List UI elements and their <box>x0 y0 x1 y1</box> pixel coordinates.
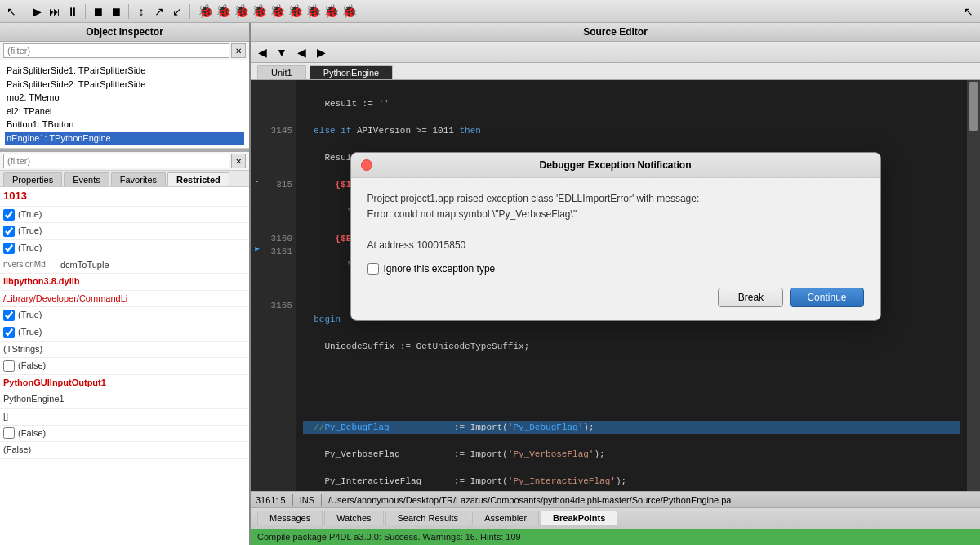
filter-row-2: ✕ <box>0 152 249 171</box>
line-num <box>264 191 292 205</box>
continue-button[interactable]: Continue <box>790 288 863 307</box>
source-editor-panel: Source Editor ◀ ▼ ◀ ▶ Unit1 PythonEngine <box>251 23 980 545</box>
prop-checkbox-5[interactable] <box>3 327 15 338</box>
tab-favorites[interactable]: Favorites <box>111 172 166 186</box>
toolbar-stepout-icon[interactable]: ↗ <box>151 3 167 20</box>
source-next-icon[interactable]: ▶ <box>313 44 329 60</box>
code-line: Py_VerboseFlag := Import('Py_VerboseFlag… <box>303 448 960 462</box>
prop-checkbox-3[interactable] <box>3 243 15 254</box>
toolbar-stepover-icon[interactable]: ⏭ <box>47 3 63 20</box>
prop-row: /Library/Developer/CommandLi <box>0 291 249 308</box>
compile-status-strip: Compile package P4DL a3.0.0: Success. Wa… <box>251 529 980 545</box>
gutter-cell <box>251 256 264 270</box>
tab-search-results[interactable]: Search Results <box>385 511 471 525</box>
prop-label: (False) <box>18 359 46 373</box>
toolbar-debug-icon-5[interactable]: 🐞 <box>270 3 286 20</box>
modal-message: Project project1.app raised exception cl… <box>368 191 864 254</box>
toolbar-pause-icon[interactable]: ⏸ <box>65 3 81 20</box>
toolbar-stepinto-icon[interactable]: ↕ <box>133 3 149 20</box>
list-item[interactable]: Button1: TButton <box>5 118 244 132</box>
object-filter-input[interactable] <box>3 43 229 58</box>
ignore-exception-checkbox[interactable] <box>368 263 379 275</box>
prop-checkbox-2[interactable] <box>3 226 15 237</box>
list-item[interactable]: mo2: TMemo <box>5 91 244 105</box>
status-bar: 3161: 5 INS /Users/anonymous/Desktop/TR/… <box>251 491 980 507</box>
toolbar-debug-icon-7[interactable]: 🐞 <box>305 3 322 20</box>
prop-row: 1013 <box>0 187 249 207</box>
list-item[interactable]: el2: TPanel <box>5 105 244 118</box>
modal-message-line2: Error: could not map symbol \"Py_Verbose… <box>368 208 577 220</box>
prop-engine: PythonEngine1 <box>3 392 65 407</box>
list-item[interactable]: PairSplitterSide1: TPairSplitterSide <box>5 64 244 78</box>
compile-status-text: Compile package P4DL a3.0.0: Success. Wa… <box>257 532 521 542</box>
line-num <box>264 259 292 273</box>
code-line: UnicodeSuffix := GetUnicodeTypeSuffix; <box>303 340 960 354</box>
filter-row-1: ✕ <box>0 42 249 60</box>
toolbar-cursor-icon[interactable]: ↖ <box>960 3 977 20</box>
toolbar-debug-icon-9[interactable]: 🐞 <box>341 3 358 20</box>
toolbar-play-icon[interactable]: ▶ <box>29 3 45 20</box>
prop-row: (True) <box>0 307 249 324</box>
modal-close-button[interactable] <box>361 159 372 171</box>
source-prev-icon[interactable]: ◀ <box>293 44 310 60</box>
list-item-selected[interactable]: nEngine1: TPythonEngine <box>5 132 244 145</box>
break-button[interactable]: Break <box>718 288 783 307</box>
toolbar-debug-icon-8[interactable]: 🐞 <box>323 3 340 20</box>
toolbar-sep-1 <box>24 4 24 19</box>
vertical-scrollbar[interactable] <box>967 80 980 491</box>
prop-checkbox-4[interactable] <box>3 310 15 321</box>
line-num <box>264 137 292 151</box>
tab-messages[interactable]: Messages <box>257 511 323 525</box>
prop-checkbox-1[interactable] <box>3 209 15 221</box>
tab-events[interactable]: Events <box>64 172 109 186</box>
prop-checkbox-7[interactable] <box>3 427 15 439</box>
filter-clear-button[interactable]: ✕ <box>231 43 246 58</box>
tab-properties[interactable]: Properties <box>3 172 62 186</box>
toolbar-stop2-icon[interactable]: ⏹ <box>108 3 124 20</box>
edit-mode: INS <box>300 495 314 505</box>
scrollbar-thumb[interactable] <box>969 82 978 131</box>
modal-title: Debugger Exception Notification <box>539 159 691 171</box>
prop-label: (True) <box>18 308 42 323</box>
line-num <box>264 218 292 232</box>
prop-value-1013: 1013 <box>3 188 27 205</box>
status-sep-2 <box>321 494 322 506</box>
toolbar-debug-icon-2[interactable]: 🐞 <box>216 3 232 20</box>
tab-watches[interactable]: Watches <box>324 511 383 525</box>
properties-filter-input[interactable] <box>3 154 229 168</box>
list-item[interactable]: PairSplitterSide2: TPairSplitterSide <box>5 78 244 92</box>
modal-message-line4: At address 100015850 <box>368 239 466 251</box>
prop-row: nversionMd dcmToTuple <box>0 257 249 275</box>
toolbar-debug-icon-4[interactable]: 🐞 <box>252 3 268 20</box>
prop-checkbox-6[interactable] <box>3 360 15 372</box>
prop-label: (True) <box>18 241 42 256</box>
source-back-icon[interactable]: ◀ <box>254 44 270 60</box>
toolbar-debug-icon-1[interactable]: 🐞 <box>198 3 214 20</box>
gutter-cell: · <box>251 175 264 189</box>
modal-titlebar: Debugger Exception Notification <box>351 153 880 178</box>
tab-assembler[interactable]: Assembler <box>472 511 539 525</box>
line-num: 315 <box>264 178 292 192</box>
toolbar-run-icon[interactable]: ↙ <box>169 3 185 20</box>
prop-row: (True) <box>0 223 249 240</box>
source-dropdown-icon[interactable]: ▼ <box>274 44 290 60</box>
filter2-clear-button[interactable]: ✕ <box>231 154 246 168</box>
prop-row: (True) <box>0 324 249 342</box>
gutter-cell: ▶ <box>251 242 264 256</box>
prop-row: (False) <box>0 358 249 375</box>
prop-row: PythonEngine1 <box>0 391 249 409</box>
prop-row: (False) <box>0 426 249 443</box>
toolbar-stop-icon[interactable]: ⏹ <box>90 3 106 20</box>
code-line: Py_InteractiveFlag := Import('Py_Interac… <box>303 475 960 489</box>
source-tab-pythonengine[interactable]: PythonEngine <box>310 65 394 79</box>
tab-restricted[interactable]: Restricted <box>167 172 229 186</box>
toolbar-debug-icon-3[interactable]: 🐞 <box>234 3 250 20</box>
toolbar-sep-2 <box>85 4 86 19</box>
toolbar-arrow-icon[interactable]: ↖ <box>3 3 20 20</box>
prop-row: (False) <box>0 442 249 459</box>
source-tab-unit1[interactable]: Unit1 <box>257 65 306 79</box>
gutter-cell <box>251 310 264 324</box>
toolbar-debug-icon-6[interactable]: 🐞 <box>287 3 304 20</box>
tab-breakpoints[interactable]: BreakPoints <box>541 511 617 525</box>
line-num <box>264 286 292 300</box>
